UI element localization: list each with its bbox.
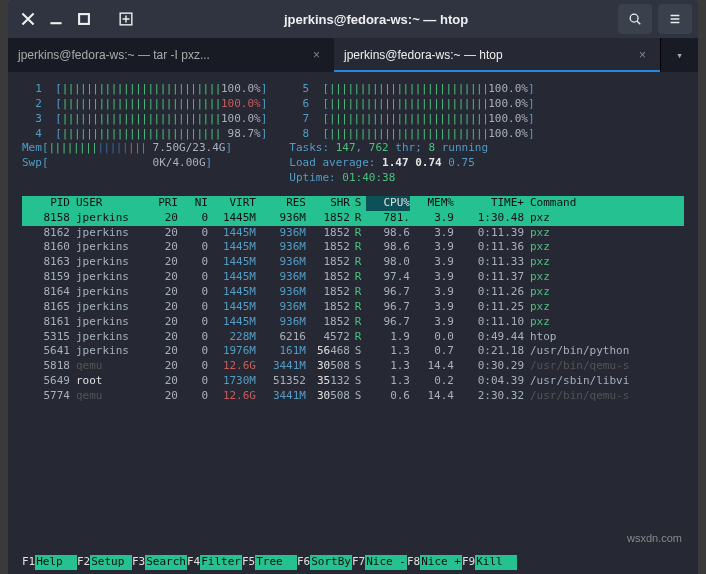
fkey-F7-label: Nice - xyxy=(365,555,407,570)
fkey-F9[interactable]: F9 xyxy=(462,555,475,570)
tab-1-close-icon[interactable]: × xyxy=(309,48,324,62)
fkey-F6[interactable]: F6 xyxy=(297,555,310,570)
cpu-meter-6: 6 [||||||||||||||||||||||||||100.0%] xyxy=(289,97,534,112)
cpu-meter-4: 4 [|||||||||||||||||||||||||| 98.7%] xyxy=(22,127,267,142)
uptime-line: Uptime: 01:40:38 xyxy=(289,171,534,186)
col-s: S xyxy=(350,196,366,211)
swp-meter: Swp[ 0K/4.00G] xyxy=(22,156,267,171)
col-virt: VIRT xyxy=(208,196,256,211)
cpu-meter-2: 2 [||||||||||||||||||||||||||100.0%] xyxy=(22,97,267,112)
minimize-button[interactable] xyxy=(42,5,70,33)
fkey-F9-label: Kill xyxy=(475,555,517,570)
window-title: jperkins@fedora-ws:~ — htop xyxy=(140,12,612,27)
col-user: USER xyxy=(70,196,142,211)
tabs-dropdown-icon[interactable]: ▾ xyxy=(660,38,698,72)
fkey-F7[interactable]: F7 xyxy=(352,555,365,570)
table-row[interactable]: 8165jperkins2001445M936M1852R96.73.90:11… xyxy=(22,300,684,315)
table-row[interactable]: 5649root2001730M5135235132S1.30.20:04.39… xyxy=(22,374,684,389)
fkey-F8[interactable]: F8 xyxy=(407,555,420,570)
maximize-button[interactable] xyxy=(70,5,98,33)
fkey-F4-label: Filter xyxy=(200,555,242,570)
table-row[interactable]: 5641jperkins2001976M161M56468S1.30.70:21… xyxy=(22,344,684,359)
fkey-F5-label: Tree xyxy=(255,555,297,570)
fkey-F8-label: Nice + xyxy=(420,555,462,570)
tab-2-close-icon[interactable]: × xyxy=(635,48,650,62)
table-row[interactable]: 8162jperkins2001445M936M1852R98.63.90:11… xyxy=(22,226,684,241)
col-pri: PRI xyxy=(142,196,178,211)
table-row[interactable]: 8159jperkins2001445M936M1852R97.43.90:11… xyxy=(22,270,684,285)
col-time: TIME+ xyxy=(454,196,524,211)
col-res: RES xyxy=(256,196,306,211)
tab-bar: jperkins@fedora-ws:~ — tar -I pxz... × j… xyxy=(8,38,698,72)
tab-1-label: jperkins@fedora-ws:~ — tar -I pxz... xyxy=(18,48,210,62)
table-row[interactable]: 5315jperkins200228M62164572R1.90.00:49.4… xyxy=(22,330,684,345)
function-keys: F1Help F2Setup F3SearchF4FilterF5Tree F6… xyxy=(22,555,684,570)
fkey-F2-label: Setup xyxy=(90,555,132,570)
cpu-meter-1: 1 [||||||||||||||||||||||||||100.0%] xyxy=(22,82,267,97)
tab-2-label: jperkins@fedora-ws:~ — htop xyxy=(344,48,503,62)
table-row[interactable]: 5818qemu20012.6G3441M30508S1.314.40:30.2… xyxy=(22,359,684,374)
fkey-F3-label: Search xyxy=(145,555,187,570)
table-row[interactable]: 5774qemu20012.6G3441M30508S0.614.42:30.3… xyxy=(22,389,684,404)
table-row[interactable]: 8160jperkins2001445M936M1852R98.63.90:11… xyxy=(22,240,684,255)
new-tab-button[interactable] xyxy=(112,5,140,33)
fkey-F6-label: SortBy xyxy=(310,555,352,570)
fkey-F1[interactable]: F1 xyxy=(22,555,35,570)
tasks-line: Tasks: 147, 762 thr; 8 running xyxy=(289,141,534,156)
fkey-F2[interactable]: F2 xyxy=(77,555,90,570)
table-header[interactable]: PID USER PRI NI VIRT RES SHR S CPU% MEM%… xyxy=(22,196,684,211)
fkey-F4[interactable]: F4 xyxy=(187,555,200,570)
watermark: wsxdn.com xyxy=(627,531,682,546)
search-button[interactable] xyxy=(618,4,652,34)
col-pid: PID xyxy=(22,196,70,211)
tab-2[interactable]: jperkins@fedora-ws:~ — htop × xyxy=(334,38,660,72)
table-row[interactable]: 8158jperkins2001445M936M1852R781.3.91:30… xyxy=(22,211,684,226)
cpu-meter-5: 5 [||||||||||||||||||||||||||100.0%] xyxy=(289,82,534,97)
titlebar: jperkins@fedora-ws:~ — htop xyxy=(8,0,698,38)
col-ni: NI xyxy=(178,196,208,211)
svg-point-2 xyxy=(630,14,638,22)
menu-button[interactable] xyxy=(658,4,692,34)
application-window: jperkins@fedora-ws:~ — htop jperkins@fed… xyxy=(8,0,698,574)
col-cpu: CPU% xyxy=(366,196,410,211)
load-line: Load average: 1.47 0.74 0.75 xyxy=(289,156,534,171)
table-row[interactable]: 8161jperkins2001445M936M1852R96.73.90:11… xyxy=(22,315,684,330)
cpu-meter-3: 3 [||||||||||||||||||||||||||100.0%] xyxy=(22,112,267,127)
terminal-output: 1 [||||||||||||||||||||||||||100.0%] 2 [… xyxy=(8,72,698,574)
cpu-meter-8: 8 [||||||||||||||||||||||||||100.0%] xyxy=(289,127,534,142)
fkey-F1-label: Help xyxy=(35,555,77,570)
process-table: PID USER PRI NI VIRT RES SHR S CPU% MEM%… xyxy=(22,196,684,404)
col-cmd: Command xyxy=(524,196,684,211)
col-shr: SHR xyxy=(306,196,350,211)
close-button[interactable] xyxy=(14,5,42,33)
fkey-F5[interactable]: F5 xyxy=(242,555,255,570)
cpu-meter-7: 7 [||||||||||||||||||||||||||100.0%] xyxy=(289,112,534,127)
fkey-F3[interactable]: F3 xyxy=(132,555,145,570)
mem-meter: Mem[|||||||||||||||| 7.50G/23.4G] xyxy=(22,141,267,156)
table-row[interactable]: 8164jperkins2001445M936M1852R96.73.90:11… xyxy=(22,285,684,300)
col-mem: MEM% xyxy=(410,196,454,211)
svg-rect-0 xyxy=(79,14,89,24)
tab-1[interactable]: jperkins@fedora-ws:~ — tar -I pxz... × xyxy=(8,38,334,72)
table-row[interactable]: 8163jperkins2001445M936M1852R98.03.90:11… xyxy=(22,255,684,270)
